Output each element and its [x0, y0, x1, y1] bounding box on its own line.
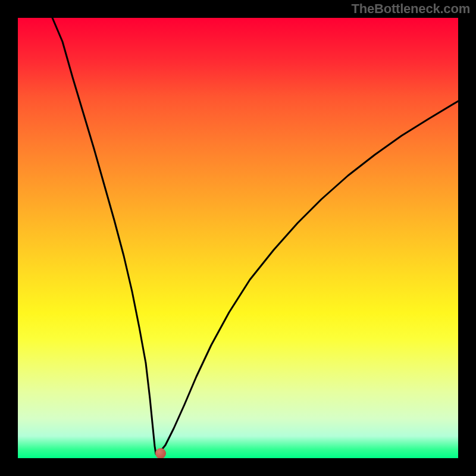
plot-area: [18, 18, 458, 458]
chart-frame: TheBottleneck.com: [0, 0, 476, 476]
curve-path: [52, 18, 458, 454]
bottleneck-curve: [18, 18, 458, 458]
watermark-label: TheBottleneck.com: [351, 1, 470, 17]
optimal-point-marker: [155, 448, 166, 458]
